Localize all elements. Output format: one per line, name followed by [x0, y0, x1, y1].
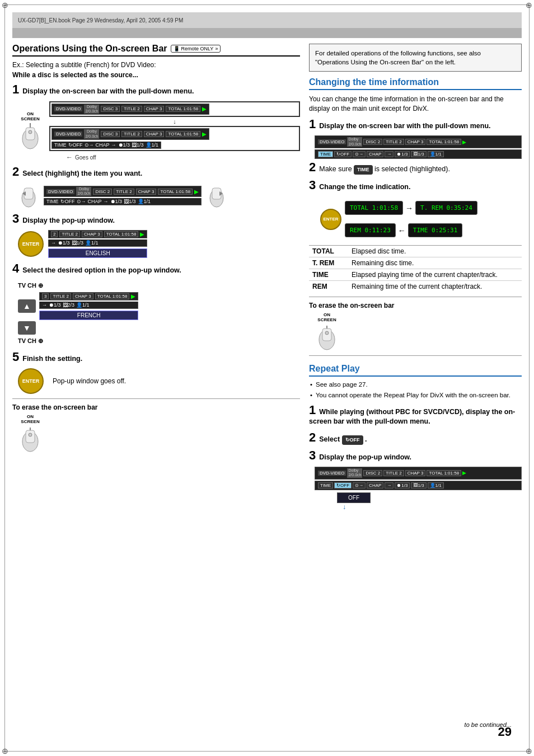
- top-strip: [12, 28, 522, 38]
- step3-row: 3 Display the pop-up window.: [12, 213, 300, 228]
- right-step1-text: Display the on-screen bar with the pull-…: [309, 121, 522, 132]
- step3-bar-row1: 2 TITLE 2 CHAP 3 TOTAL 1:01:58 ▶: [48, 230, 147, 238]
- step4-bar-row2: → ⏺1/3 🖼2/3 👤1/1: [39, 302, 138, 309]
- repeat-bar-row1: DVD-VIDEO Dolby2/0.0ch DISC 2 TITLE 2 CH…: [315, 467, 522, 480]
- step4-popup-text: FRENCH: [77, 312, 101, 318]
- erase-illustration-left: ONSCREEN: [18, 415, 300, 453]
- time-table-row-rem: REM Remaining time of the current chapte…: [309, 281, 522, 293]
- repeat-section: Repeat Play See also page 27. You cannot…: [309, 364, 522, 511]
- section-title-text: Operations Using the On-screen Bar: [12, 44, 167, 54]
- step5-row: 5 Finish the setting.: [12, 351, 300, 367]
- remote-badge: 📱 Remote ONLY »: [171, 45, 221, 53]
- tv-ch-up-label: TV CH ⊕: [18, 282, 43, 289]
- change-time-desc: You can change the time information in t…: [309, 95, 522, 114]
- bar1-row1: DVD-VIDEO Dolby2/0.0ch DISC 3 TITLE 2 CH…: [51, 104, 209, 115]
- reg-mark-tr: ⊕: [524, 1, 533, 10]
- repeat-popup-arrow: ↓: [343, 503, 522, 511]
- repeat-step3-text: Display the pop-up window.: [309, 453, 522, 463]
- page-number: 29: [498, 725, 512, 739]
- step3-text: Display the pop-up window.: [12, 216, 300, 226]
- time-key: TIME: [354, 165, 373, 175]
- header-bar: UX-GD7[B]_EN.book Page 29 Wednesday, Apr…: [12, 12, 522, 28]
- step2-bar-row2: TIME ↻OFF ⊙→ CHAP → ⏺1/3 🖼1/3 👤1/1: [44, 198, 202, 205]
- time-table-row-trem: T. REM Remaining disc time.: [309, 257, 522, 269]
- step4-illustration: TV CH ⊕ ▲ 3 TITLE 2 CHAP 3 TOTAL 1:01:58…: [18, 280, 300, 346]
- right-step1-row: 1 Display the on-screen bar with the pul…: [309, 118, 522, 134]
- tv-ch-down-btn[interactable]: ▼: [18, 321, 36, 335]
- hand-svg-step1: [18, 122, 43, 150]
- tv-ch-up-btn[interactable]: ▲: [18, 299, 36, 313]
- bullet2: You cannot operate the Repeat Play for D…: [316, 391, 522, 400]
- reg-mark-bl: ⊕: [1, 746, 10, 755]
- time-table-row-total: TOTAL Elapsed disc time.: [309, 246, 522, 257]
- step1-text: Display the on-screen bar with the pull-…: [12, 87, 300, 97]
- right-column: For detailed operations of the following…: [309, 38, 522, 744]
- enter-circle-time[interactable]: ENTER: [320, 209, 341, 230]
- header-text: UX-GD7[B]_EN.book Page 29 Wednesday, Apr…: [18, 17, 183, 24]
- repeat-bar-row2: TIME ↻OFF ⊙→ CHAP → ⏺1/3 🖼1/3 👤1/1: [315, 481, 522, 490]
- right-step2-row: 2 Make sure TIME is selected (highlighte…: [309, 161, 522, 177]
- repeat-step2-row: 2 Select ↻OFF .: [309, 431, 522, 447]
- step5-illustration: ENTER Pop-up window goes off.: [18, 368, 300, 394]
- step4-bar-row1: 3 TITLE 2 CHAP 3 TOTAL 1:01:58 ▶: [39, 292, 138, 300]
- change-time-title: Changing the time information: [309, 77, 522, 90]
- right-step3-text: Change the time indication.: [309, 182, 522, 192]
- total-display: TOTAL 1:01:58: [345, 201, 403, 215]
- time-display: TIME 0:25:31: [408, 223, 462, 237]
- section-title: Operations Using the On-screen Bar 📱 Rem…: [12, 44, 300, 57]
- time-table: TOTAL Elapsed disc time. T. REM Remainin…: [309, 245, 522, 292]
- step1-row: 1 Display the on-screen bar with the pul…: [12, 83, 300, 99]
- hand-svg-left: [18, 184, 39, 208]
- right-step3-row: 3 Change the time indication.: [309, 179, 522, 195]
- time-bar-row1: DVD-VIDEO Dolby2/0.0ch DISC 2 TITLE 2 CH…: [315, 135, 522, 148]
- hand-svg-erase-left: [18, 425, 43, 453]
- on-screen-label: ONSCREEN: [21, 112, 39, 122]
- step2-row: 2 Select (highlight) the item you want.: [12, 166, 300, 181]
- bullet1: See also page 27.: [316, 380, 522, 389]
- step0-bold: While a disc is selected as the source..…: [12, 71, 300, 79]
- repeat-step1-row: 1 While playing (without PBC for SVCD/VC…: [309, 404, 522, 429]
- reg-mark-tl: ⊕: [1, 1, 10, 10]
- step2-illustration: DVD-VIDEO Dolby2/0.0ch DISC 2 TITLE 2 CH…: [18, 184, 300, 208]
- svg-point-17: [325, 331, 329, 335]
- repeat-title: Repeat Play: [309, 364, 522, 377]
- step3-popup-text: ENGLISH: [86, 250, 110, 256]
- intro-text: Ex.: Selecting a subtitle (French) for D…: [12, 61, 300, 69]
- bar2-row1: DVD-VIDEO Dolby2/0.0ch DISC 3 TITLE 2 CH…: [51, 128, 209, 140]
- repeat-step1-text: While playing (without PBC for SVCD/VCD)…: [309, 407, 522, 427]
- t-rem-display: T. REM 0:35:24: [415, 201, 477, 215]
- step4-row: 4 Select the desired option in the pop-u…: [12, 262, 300, 278]
- step4-text: Select the desired option in the pop-up …: [12, 266, 300, 276]
- tv-ch-down-label: TV CH ⊕: [18, 337, 43, 345]
- step3-bar-row2: → ⏺1/3 🖼1/3 👤1/1: [48, 240, 147, 247]
- remote-icon: 📱: [174, 46, 180, 51]
- hand-svg-erase-right: [315, 323, 339, 351]
- time-bar-row2: TIME ↻OFF ⊙→ CHAP → ⏺1/3 🖼1/3 👤1/1: [315, 149, 522, 159]
- svg-point-13: [29, 433, 32, 436]
- step5-text: Finish the setting.: [12, 354, 300, 364]
- repeat-popup: OFF: [337, 492, 371, 503]
- hand-svg-right: [206, 184, 227, 208]
- erase-illustration-right: ONSCREEN: [315, 313, 522, 351]
- left-column: Operations Using the On-screen Bar 📱 Rem…: [12, 38, 300, 744]
- step1-illustration: ONSCREEN DVD-VIDEO Dolby2/0.0ch DISC 3: [18, 101, 300, 162]
- time-table-row-time: TIME Elapsed playing time of the current…: [309, 269, 522, 281]
- step3-illustration: ENTER 2 TITLE 2 CHAP 3 TOTAL 1:01:58 ▶ →…: [18, 230, 300, 258]
- repeat-step3-row: 3 Display the pop-up window.: [309, 449, 522, 465]
- rem-display: REM 0:11:23: [345, 223, 396, 237]
- goes-off-label: ← Goes off: [66, 153, 300, 161]
- repeat-off-key: ↻OFF: [342, 435, 363, 445]
- enter-button-step5[interactable]: ENTER: [18, 368, 44, 394]
- step2-text: Select (highlight) the item you want.: [12, 169, 300, 179]
- svg-point-2: [29, 130, 32, 134]
- time-cycle-diagram: ENTER TOTAL 1:01:58 → T. REM 0:35:24 REM…: [320, 198, 522, 241]
- erase-label-left: To erase the on-screen bar: [12, 403, 300, 411]
- bar2-row2: TIME ↻OFF ⊙→ CHAP → ⏺1/3 🖼1/3 👤1/1: [51, 142, 161, 149]
- popup-goes-off: Pop-up window goes off.: [53, 377, 126, 385]
- reg-mark-br: ⊕: [524, 746, 533, 755]
- erase-label-right: To erase the on-screen bar: [309, 302, 522, 309]
- enter-button[interactable]: ENTER: [18, 231, 44, 257]
- info-box: For detailed operations of the following…: [309, 44, 522, 72]
- step2-bar-row1: DVD-VIDEO Dolby2/0.0ch DISC 2 TITLE 2 CH…: [44, 186, 202, 198]
